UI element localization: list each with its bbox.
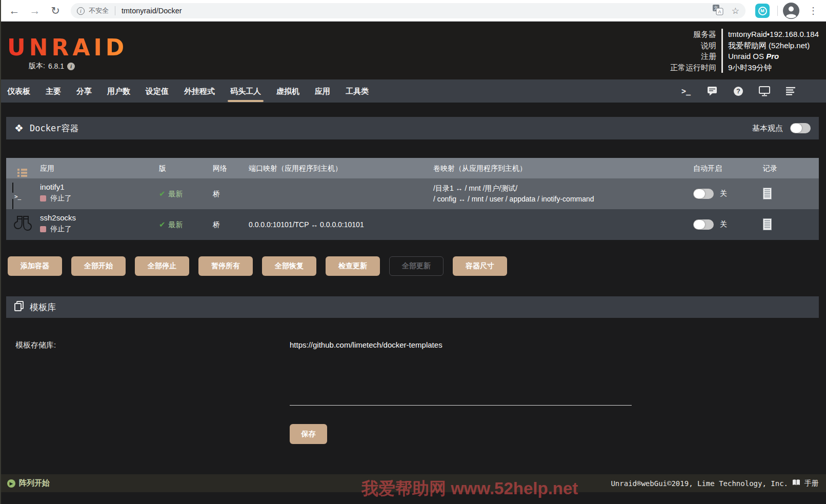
nav-tabs: 仪表板 主要 分享 用户数 设定值 外挂程式 码头工人 虚拟机 应用 工具类 [0, 79, 369, 103]
basic-view-label: 基本观点 [752, 124, 783, 133]
unraid-header: UNRAID 版本: 6.8.1 i 服务器 说明 注册 正常运行时间 tmto… [0, 22, 826, 79]
docker-section-title: Docker容器 [30, 123, 78, 134]
monitor-icon[interactable] [759, 86, 770, 96]
server-label: 服务器 [670, 29, 716, 40]
copyright-text: Unraid®webGui©2019, Lime Technology, Inc… [611, 479, 788, 488]
docker-actions: 添加容器 全部开始 全部停止 暂停所有 全部恢复 检查更新 全部更新 容器尺寸 [8, 256, 507, 276]
container-size-button[interactable]: 容器尺寸 [453, 256, 507, 276]
screen: ← → ↻ i 不安全 tmtonyraid/Docker 文 A ☆ M [0, 0, 826, 504]
stop-all-button[interactable]: 全部停止 [135, 256, 189, 276]
container-log-icon[interactable] [763, 188, 772, 201]
resume-all-button[interactable]: 全部恢复 [262, 256, 316, 276]
template-repo-label: 模板存储库: [15, 340, 56, 350]
terminal-icon[interactable]: >_ [680, 87, 692, 96]
play-icon: ▶ [7, 479, 15, 488]
stopped-status-icon [40, 226, 46, 232]
volume-mappings: /目录1 ↔ / mnt /用户/测试/ / config ↔ / mnt / … [433, 183, 594, 205]
container-socks-icon[interactable] [12, 214, 33, 236]
description-value: 我爱帮助网 (52help.net) [728, 40, 819, 51]
browser-menu-icon[interactable]: ⋮ [806, 3, 820, 19]
bookmark-star-icon[interactable]: ☆ [732, 6, 739, 16]
basic-view-toggle[interactable] [790, 123, 811, 133]
template-repo-value[interactable]: https://github.com/limetech/docker-templ… [290, 340, 442, 349]
container-name[interactable]: ssh2socks [40, 213, 76, 222]
tab-dashboard[interactable]: 仪表板 [7, 79, 30, 103]
pro-badge: Pro [766, 52, 779, 61]
add-container-button[interactable]: 添加容器 [8, 256, 62, 276]
template-section-bar: 模板库 [6, 296, 819, 318]
update-all-button: 全部更新 [389, 256, 444, 276]
translate-icon[interactable]: 文 A [712, 4, 723, 17]
tab-apps[interactable]: 应用 [315, 79, 330, 103]
autostart-toggle[interactable] [693, 189, 714, 199]
extension-icon[interactable]: M [755, 4, 770, 18]
server-info: 服务器 说明 注册 正常运行时间 tmtonyRaid•192.168.0.18… [670, 29, 819, 73]
description-label: 说明 [670, 40, 716, 51]
nav-icon-group: >_ ? [680, 79, 796, 103]
container-name[interactable]: inotify1 [40, 183, 72, 191]
log-lines-icon[interactable] [785, 87, 796, 96]
col-volumes: 卷映射（从应用程序到主机） [433, 158, 527, 178]
autostart-toggle[interactable] [693, 219, 714, 230]
page-info-icon[interactable]: i [77, 7, 85, 15]
array-start-button[interactable]: ▶ 阵列开始 [7, 478, 50, 488]
col-ports: 端口映射（应用程序到主机） [249, 158, 342, 178]
browser-reload-icon[interactable]: ↻ [47, 3, 64, 19]
toolbar-separator [777, 6, 778, 16]
autostart-state: 关 [720, 189, 727, 198]
tab-tools[interactable]: 工具类 [346, 79, 369, 103]
profile-avatar[interactable] [783, 3, 799, 19]
server-info-labels: 服务器 说明 注册 正常运行时间 [670, 29, 721, 73]
check-icon: ✔ [159, 220, 166, 229]
security-label: 不安全 [89, 6, 109, 15]
col-log: 记录 [763, 158, 777, 178]
version-value: 6.8.1 [48, 62, 64, 70]
pause-all-button[interactable]: 暂停所有 [198, 256, 253, 276]
tab-settings[interactable]: 设定值 [146, 79, 169, 103]
server-info-values: tmtonyRaid•192.168.0.184 我爱帮助网 (52help.n… [721, 29, 819, 73]
version-info-icon[interactable]: i [67, 63, 75, 70]
main-nav: 仪表板 主要 分享 用户数 设定值 外挂程式 码头工人 虚拟机 应用 工具类 >… [0, 79, 826, 103]
check-icon: ✔ [159, 189, 166, 198]
manual-book-icon [792, 479, 800, 488]
container-state: 停止了 [50, 194, 72, 203]
address-bar[interactable]: i 不安全 tmtonyraid/Docker 文 A ☆ [71, 3, 746, 18]
update-status: ✔最新 [159, 209, 183, 240]
tab-plugins[interactable]: 外挂程式 [184, 79, 215, 103]
registration-value: Unraid OS Pro [728, 51, 819, 62]
col-network: 网络 [213, 158, 227, 178]
help-icon[interactable]: ? [733, 87, 744, 96]
template-repo-input[interactable] [290, 405, 632, 406]
manual-link[interactable]: 手册 [804, 479, 819, 488]
network-type: 桥 [213, 178, 220, 209]
table-row: >_ inotify1 停止了 ✔最新 桥 /目录1 ↔ / mnt /用户/测… [6, 178, 819, 209]
tab-vms[interactable]: 虚拟机 [276, 79, 299, 103]
tab-users[interactable]: 用户数 [107, 79, 130, 103]
template-section-title: 模板库 [30, 301, 56, 313]
port-mappings: 0.0.0.0:10101/TCP ↔ 0.0.0.0:10101 [249, 209, 364, 240]
check-updates-button[interactable]: 检查更新 [326, 256, 380, 276]
stopped-status-icon [40, 195, 46, 201]
tab-shares[interactable]: 分享 [76, 79, 92, 103]
tab-docker[interactable]: 码头工人 [230, 79, 261, 103]
version-label: 版本: [29, 62, 45, 71]
url-text[interactable]: tmtonyraid/Docker [122, 7, 182, 15]
template-copy-icon [14, 301, 24, 313]
server-value: tmtonyRaid•192.168.0.184 [728, 29, 819, 40]
uptime-label: 正常运行时间 [670, 62, 716, 73]
window-edge [0, 0, 1, 504]
save-button[interactable]: 保存 [290, 424, 327, 444]
start-all-button[interactable]: 全部开始 [71, 256, 126, 276]
browser-forward-icon[interactable]: → [27, 3, 43, 19]
omnibox-divider [115, 6, 115, 15]
docker-table: 应用 版 网络 端口映射（应用程序到主机） 卷映射（从应用程序到主机） 自动开启… [6, 158, 819, 240]
update-status: ✔最新 [159, 178, 183, 209]
container-log-icon[interactable] [763, 218, 772, 232]
container-terminal-icon[interactable]: >_ [12, 184, 21, 208]
chat-icon[interactable] [707, 86, 718, 96]
table-row: ssh2socks 停止了 ✔最新 桥 0.0.0.0:10101/TCP ↔ … [6, 209, 819, 240]
autostart-state: 关 [720, 220, 727, 229]
browser-back-icon[interactable]: ← [6, 3, 23, 19]
tab-main[interactable]: 主要 [46, 79, 61, 103]
docker-section-bar: ❖ Docker容器 基本观点 [6, 117, 819, 139]
